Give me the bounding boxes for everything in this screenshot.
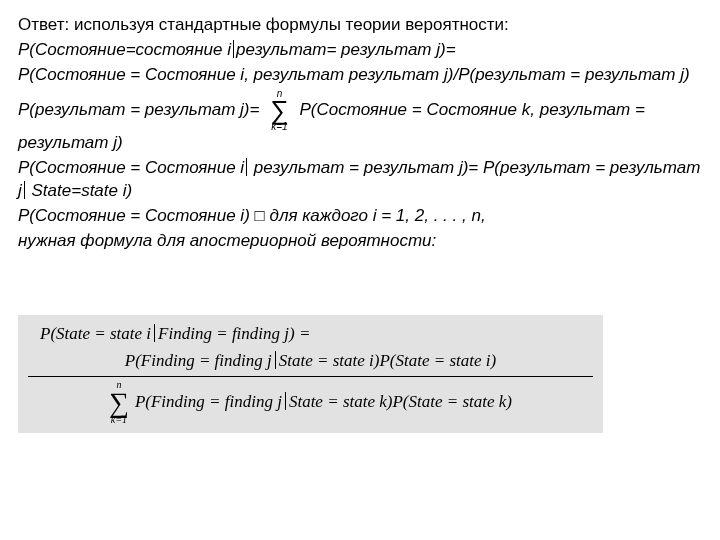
vertical-bar-icon xyxy=(24,181,25,199)
text-seg: P(Состояние=состояние i xyxy=(18,40,231,59)
vertical-bar-icon xyxy=(154,324,155,342)
sigma-icon: n ∑ k=1 xyxy=(109,380,129,425)
square-icon: □ xyxy=(255,206,265,225)
sum-symbol: ∑ xyxy=(270,99,289,122)
text-seg: State = state k)P(State = state k) xyxy=(289,392,512,411)
formula-line-3: P(Состояние = Состояние i, результат рез… xyxy=(18,64,702,87)
formula-line-4: P(результат = результат j)= n ∑ k=1 P(Со… xyxy=(18,89,702,155)
sum-lower: k=1 xyxy=(271,122,287,132)
vertical-bar-icon xyxy=(233,40,234,58)
sum-lower: k=1 xyxy=(111,415,127,425)
formula-line-2: P(Состояние=состояние iрезультат= резуль… xyxy=(18,39,702,62)
vertical-bar-icon xyxy=(275,351,276,369)
text-seg: для каждого i = 1, 2, . . . , n, xyxy=(265,206,486,225)
vertical-bar-icon xyxy=(285,392,286,410)
formula-line-5: P(Состояние = Состояние i результат = ре… xyxy=(18,157,702,203)
text-seg: P(Состояние = Состояние i xyxy=(18,158,244,177)
text-seg: State = state i)P(State = state i) xyxy=(279,351,496,370)
text-seg: Finding = finding j) = xyxy=(158,324,310,343)
sum-symbol: ∑ xyxy=(109,390,129,415)
text-seg: State=state i) xyxy=(27,181,132,200)
text-seg: P(Состояние = Состояние i) xyxy=(18,206,255,225)
answer-heading: Ответ: используя стандартные формулы тео… xyxy=(18,14,702,37)
text-seg: P(State = state i xyxy=(40,324,151,343)
text-seg: P(результат = результат j)= xyxy=(18,100,264,119)
text-seg: результат= результат j)= xyxy=(236,40,456,59)
text-seg: P(Finding = finding j xyxy=(135,392,282,411)
fraction-denominator: n ∑ k=1 P(Finding = finding jState = sta… xyxy=(28,377,593,425)
formula-line-6: P(Состояние = Состояние i) □ для каждого… xyxy=(18,205,702,228)
vertical-bar-icon xyxy=(246,158,247,176)
formula-image-box: P(State = state iFinding = finding j) = … xyxy=(18,315,603,433)
sigma-icon: n ∑ k=1 xyxy=(270,89,289,132)
fraction-numerator: P(Finding = finding jState = state i)P(S… xyxy=(56,350,565,376)
formula-line-7: нужная формула для апостериорной вероятн… xyxy=(18,230,702,253)
text-seg: P(Finding = finding j xyxy=(125,351,272,370)
formula-lhs: P(State = state iFinding = finding j) = xyxy=(40,323,593,346)
formula-fraction: P(Finding = finding jState = state i)P(S… xyxy=(28,350,593,425)
